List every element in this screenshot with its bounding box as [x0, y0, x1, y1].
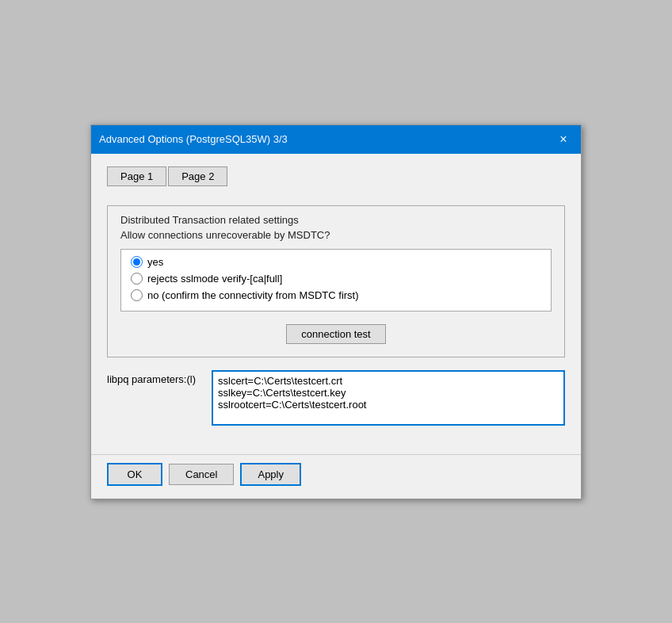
radio-input-rejects[interactable]: [131, 273, 143, 285]
libpq-row: libpq parameters:(l) sslcert=C:\Certs\te…: [107, 370, 565, 426]
radio-label-no: no (confirm the connectivity from MSDTC …: [147, 289, 359, 301]
radio-label-rejects: rejects sslmode verify-[ca|full]: [147, 273, 282, 285]
radio-option-rejects[interactable]: rejects sslmode verify-[ca|full]: [131, 273, 541, 285]
radio-option-yes[interactable]: yes: [131, 256, 541, 268]
radio-option-no[interactable]: no (confirm the connectivity from MSDTC …: [131, 289, 541, 301]
connection-test-button[interactable]: connection test: [286, 324, 385, 344]
close-button[interactable]: ×: [554, 130, 573, 149]
section-title: Distributed Transaction related settings: [120, 214, 552, 226]
radio-label-yes: yes: [147, 256, 163, 268]
dialog-title: Advanced Options (PostgreSQL35W) 3/3: [99, 133, 288, 145]
radio-input-yes[interactable]: [131, 256, 143, 268]
ok-button[interactable]: OK: [107, 463, 162, 486]
cancel-button[interactable]: Cancel: [169, 464, 234, 485]
libpq-label: libpq parameters:(l): [107, 370, 202, 385]
radio-input-no[interactable]: [131, 289, 143, 301]
title-bar: Advanced Options (PostgreSQL35W) 3/3 ×: [91, 125, 581, 154]
dialog-window: Advanced Options (PostgreSQL35W) 3/3 × P…: [90, 124, 582, 499]
dialog-footer: OK Cancel Apply: [91, 454, 581, 499]
connection-test-row: connection test: [120, 324, 552, 344]
section-subtitle: Allow connections unrecoverable by MSDTC…: [120, 229, 552, 241]
libpq-textarea[interactable]: sslcert=C:\Certs\testcert.crt sslkey=C:\…: [212, 370, 565, 426]
tabs-row: Page 1 Page 2: [107, 166, 565, 186]
section-box: Distributed Transaction related settings…: [107, 205, 565, 357]
apply-button[interactable]: Apply: [240, 463, 301, 486]
radio-group: yes rejects sslmode verify-[ca|full] no …: [120, 249, 552, 312]
tab-page1[interactable]: Page 1: [107, 166, 166, 186]
tab-page2[interactable]: Page 2: [168, 166, 227, 186]
dialog-body: Page 1 Page 2 Distributed Transaction re…: [91, 154, 581, 454]
